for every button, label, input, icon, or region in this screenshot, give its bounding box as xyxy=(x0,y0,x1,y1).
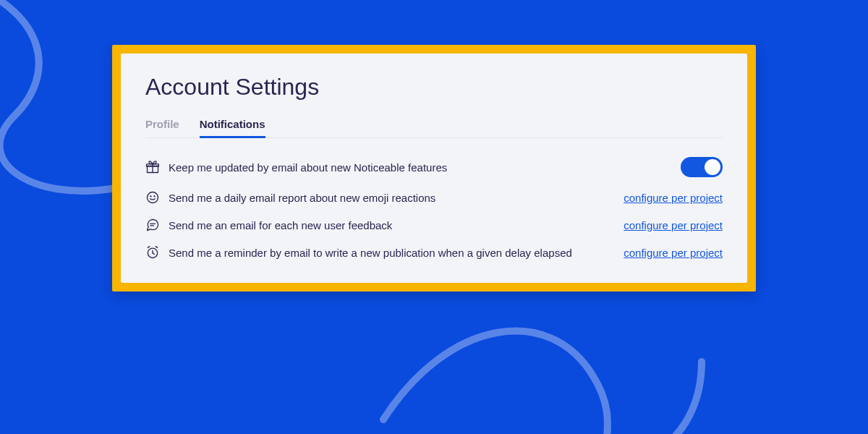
row-label: Send me an email for each new user feedb… xyxy=(169,219,615,231)
svg-line-12 xyxy=(156,247,158,248)
toggle-knob xyxy=(705,159,720,175)
page-title: Account Settings xyxy=(145,74,723,101)
smile-icon xyxy=(145,190,160,205)
tab-profile[interactable]: Profile xyxy=(145,118,179,137)
row-user-feedback: Send me an email for each new user feedb… xyxy=(145,218,723,232)
configure-link-reminder[interactable]: configure per project xyxy=(624,247,723,259)
gift-icon xyxy=(145,160,160,174)
svg-point-5 xyxy=(154,196,155,197)
settings-panel: Account Settings Profile Notifications K… xyxy=(121,54,747,283)
row-label: Send me a reminder by email to write a n… xyxy=(169,247,615,259)
row-publication-reminder: Send me a reminder by email to write a n… xyxy=(145,245,723,260)
chat-icon xyxy=(145,218,160,232)
settings-panel-frame: Account Settings Profile Notifications K… xyxy=(112,45,756,292)
row-product-updates: Keep me updated by email about new Notic… xyxy=(145,157,723,177)
svg-point-3 xyxy=(148,192,158,203)
row-emoji-report: Send me a daily email report about new e… xyxy=(145,190,723,205)
svg-line-11 xyxy=(148,247,150,248)
svg-point-4 xyxy=(150,196,151,197)
configure-link-feedback[interactable]: configure per project xyxy=(624,219,723,231)
tab-notifications[interactable]: Notifications xyxy=(200,118,265,137)
alarm-icon xyxy=(145,245,160,260)
configure-link-emoji[interactable]: configure per project xyxy=(624,192,723,204)
notification-rows: Keep me updated by email about new Notic… xyxy=(145,157,723,260)
tabs: Profile Notifications xyxy=(145,118,723,138)
row-label: Keep me updated by email about new Notic… xyxy=(169,161,672,174)
svg-line-10 xyxy=(153,253,155,255)
toggle-product-updates[interactable] xyxy=(681,157,723,177)
row-label: Send me a daily email report about new e… xyxy=(169,192,615,204)
